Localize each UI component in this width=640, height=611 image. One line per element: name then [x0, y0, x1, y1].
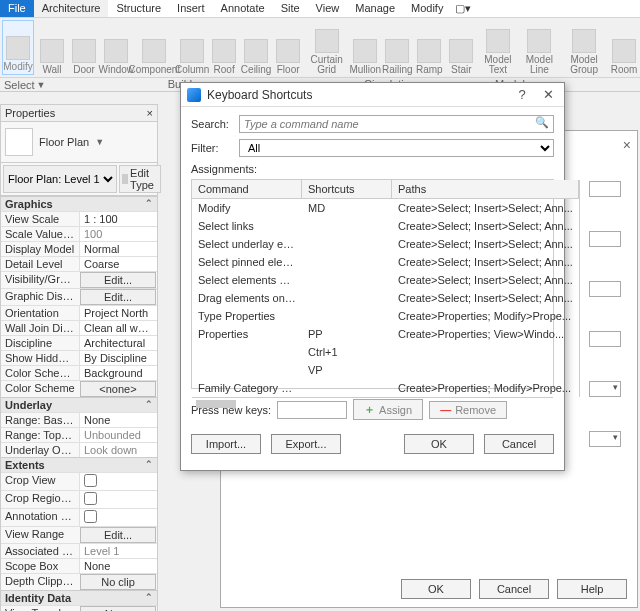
vertical-scrollbar[interactable] [579, 180, 580, 397]
close-icon[interactable]: ✕ [538, 87, 558, 102]
assign-button[interactable]: ＋Assign [353, 399, 423, 420]
val-range-base[interactable]: None [79, 413, 157, 427]
ribbon-curtain-grid[interactable]: Curtain Grid [304, 18, 349, 77]
ribbon-model-text[interactable]: Model Text [477, 18, 518, 77]
ribbon-roof[interactable]: Roof [208, 18, 240, 77]
ribbon-model-group[interactable]: Model Group [560, 18, 608, 77]
mullion-icon [353, 39, 377, 63]
ribbon-component[interactable]: Component [133, 18, 177, 77]
ribbon-stair[interactable]: Stair [445, 18, 477, 77]
model-text-icon [486, 29, 510, 53]
val-color-scheme[interactable]: <none> [80, 381, 156, 397]
chk-crop-region[interactable] [84, 492, 97, 505]
val-assoc-level: Level 1 [79, 544, 157, 558]
chk-annotation-crop[interactable] [84, 510, 97, 523]
group-select[interactable]: Select▼ [0, 78, 40, 91]
properties-palette: Properties × Floor Plan ▼ Floor Plan: Le… [0, 104, 158, 611]
chk-crop-view[interactable] [84, 474, 97, 487]
val-annotation-crop[interactable] [79, 509, 157, 526]
search-input[interactable] [240, 116, 531, 132]
val-scope-box[interactable]: None [79, 559, 157, 573]
btn-view-range[interactable]: Edit... [80, 527, 156, 543]
tab-architecture[interactable]: Architecture [34, 0, 109, 17]
tab-site[interactable]: Site [273, 0, 308, 17]
ceiling-icon [244, 39, 268, 63]
column-icon [180, 39, 204, 63]
val-discipline[interactable]: Architectural [79, 336, 157, 350]
val-wall-join[interactable]: Clean all wall joins [79, 321, 157, 335]
ribbon-door[interactable]: Door [68, 18, 100, 77]
under-field-2[interactable] [589, 231, 621, 247]
tab-structure[interactable]: Structure [108, 0, 169, 17]
ribbon-railing[interactable]: Railing [381, 18, 413, 77]
ribbon-wall[interactable]: Wall [36, 18, 68, 77]
view-selector[interactable]: Floor Plan: Level 1 [3, 165, 117, 193]
tab-manage[interactable]: Manage [347, 0, 403, 17]
group-extents[interactable]: Extents⌃ [1, 457, 157, 472]
import-button[interactable]: Import... [191, 434, 261, 454]
lbl-color-loc: Color Scheme Lo... [1, 366, 79, 380]
table-row: Family Category and Par...Create>Propert… [192, 379, 579, 397]
railing-icon [385, 39, 409, 63]
val-crop-region[interactable] [79, 491, 157, 508]
table-body[interactable]: ModifyMDCreate>Select; Insert>Select; An… [192, 199, 579, 397]
filter-select[interactable]: All [239, 139, 554, 157]
ribbon-column[interactable]: Column [176, 18, 208, 77]
properties-close-icon[interactable]: × [147, 107, 153, 119]
tab-file[interactable]: File [0, 0, 34, 17]
tab-annotate[interactable]: Annotate [213, 0, 273, 17]
val-detail-level[interactable]: Coarse [79, 257, 157, 271]
ribbon-room[interactable]: Room [608, 18, 640, 77]
btn-depth-clip[interactable]: No clip [80, 574, 156, 590]
press-keys-input[interactable] [277, 401, 347, 419]
lbl-annotation-crop: Annotation Crop [1, 509, 79, 526]
ok-button[interactable]: OK [404, 434, 474, 454]
edit-type-button[interactable]: Edit Type [119, 165, 161, 193]
val-display-model[interactable]: Normal [79, 242, 157, 256]
btn-vis-graphics[interactable]: Edit... [80, 272, 156, 288]
tab-modify[interactable]: Modify [403, 0, 451, 17]
ribbon-modify[interactable]: Modify [2, 20, 34, 75]
curtain-grid-icon [315, 29, 339, 53]
tab-view[interactable]: View [308, 0, 348, 17]
ribbon-mullion[interactable]: Mullion [349, 18, 381, 77]
under-ok-button[interactable]: OK [401, 579, 471, 599]
under-dropdown-1[interactable] [589, 381, 621, 397]
remove-button[interactable]: —Remove [429, 401, 507, 419]
tab-overflow[interactable]: ▢▾ [451, 0, 475, 17]
under-help-button[interactable]: Help [557, 579, 627, 599]
group-identity[interactable]: Identity Data⌃ [1, 590, 157, 605]
under-field-1[interactable] [589, 181, 621, 197]
ribbon-ceiling[interactable]: Ceiling [240, 18, 272, 77]
ribbon-ramp[interactable]: Ramp [413, 18, 445, 77]
horizontal-scrollbar[interactable] [192, 397, 553, 398]
col-command[interactable]: Command [192, 180, 302, 198]
group-graphics[interactable]: Graphics⌃ [1, 196, 157, 211]
floor-icon [276, 39, 300, 63]
val-color-loc[interactable]: Background [79, 366, 157, 380]
val-crop-view[interactable] [79, 473, 157, 490]
help-icon[interactable]: ? [512, 87, 532, 102]
cancel-button[interactable]: Cancel [484, 434, 554, 454]
btn-view-template[interactable]: <None> [80, 606, 156, 611]
col-paths[interactable]: Paths [392, 180, 579, 198]
val-show-hidden[interactable]: By Discipline [79, 351, 157, 365]
export-button[interactable]: Export... [271, 434, 341, 454]
ribbon-floor[interactable]: Floor [272, 18, 304, 77]
tab-insert[interactable]: Insert [169, 0, 213, 17]
val-orientation[interactable]: Project North [79, 306, 157, 320]
door-icon [72, 39, 96, 63]
lbl-vis-graphics: Visibility/Graphic... [1, 272, 79, 288]
under-dropdown-2[interactable] [589, 431, 621, 447]
search-icon[interactable]: 🔍 [531, 116, 553, 132]
under-field-4[interactable] [589, 331, 621, 347]
btn-graphic-display[interactable]: Edit... [80, 289, 156, 305]
under-field-3[interactable] [589, 281, 621, 297]
group-underlay[interactable]: Underlay⌃ [1, 397, 157, 412]
under-cancel-button[interactable]: Cancel [479, 579, 549, 599]
type-selector[interactable]: Floor Plan ▼ [1, 122, 157, 163]
col-shortcuts[interactable]: Shortcuts [302, 180, 392, 198]
val-view-scale[interactable]: 1 : 100 [79, 212, 157, 226]
close-icon[interactable]: × [623, 137, 631, 153]
ribbon-model-line[interactable]: Model Line [518, 18, 560, 77]
